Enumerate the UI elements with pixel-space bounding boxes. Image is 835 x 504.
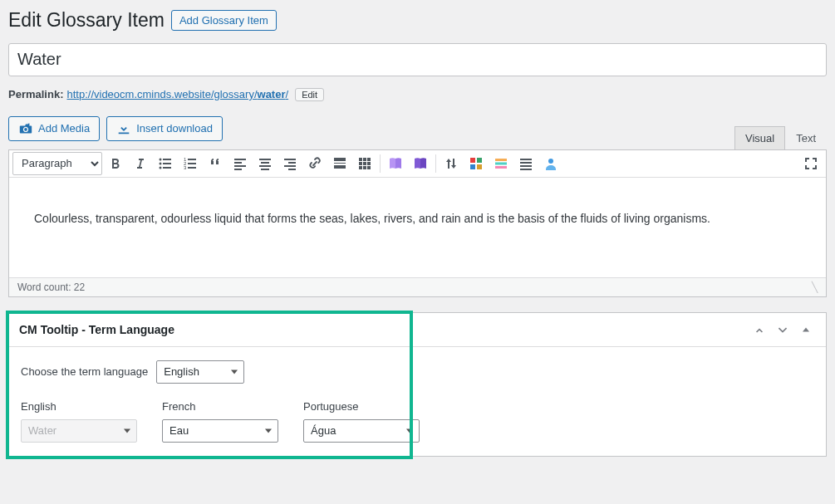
move-up-button[interactable]: [749, 320, 769, 340]
link-icon: [307, 155, 323, 172]
svg-rect-35: [367, 166, 371, 169]
svg-rect-4: [163, 163, 171, 164]
svg-rect-44: [520, 162, 532, 164]
add-media-button[interactable]: Add Media: [8, 116, 100, 141]
svg-point-1: [160, 162, 162, 164]
svg-rect-37: [477, 158, 482, 163]
fullscreen-button[interactable]: [799, 152, 823, 175]
avatar-button[interactable]: [539, 152, 562, 175]
svg-point-2: [160, 166, 162, 169]
editor-resize-handle[interactable]: ╲: [812, 281, 818, 293]
svg-point-0: [160, 158, 162, 160]
glossary-shortcode-button-1[interactable]: [384, 152, 407, 175]
svg-rect-41: [495, 162, 507, 164]
blockquote-button[interactable]: [204, 152, 227, 175]
permalink-slug: water: [258, 88, 286, 100]
svg-rect-24: [334, 158, 346, 161]
fullscreen-icon: [803, 155, 819, 172]
list-ul-icon: [157, 155, 174, 172]
svg-rect-17: [261, 162, 269, 164]
insert-link-button[interactable]: [303, 152, 327, 175]
add-glossary-item-button[interactable]: Add Glossary Item: [171, 10, 277, 31]
toolbar-toggle-button[interactable]: [353, 152, 376, 175]
postbox-title: CM Tooltip - Term Language: [19, 323, 174, 336]
permalink-label: Permalink:: [8, 88, 63, 100]
justify-button[interactable]: [514, 152, 538, 175]
postbox-header[interactable]: CM Tooltip - Term Language: [9, 313, 826, 347]
choose-language-label: Choose the term language: [21, 365, 148, 378]
numbered-list-button[interactable]: 123: [179, 152, 202, 175]
align-right-button[interactable]: [278, 152, 302, 175]
portuguese-col-label: Portuguese: [303, 400, 428, 413]
move-down-button[interactable]: [773, 320, 793, 340]
insert-download-label: Insert download: [136, 122, 213, 135]
svg-rect-23: [288, 169, 296, 170]
svg-rect-27: [359, 158, 362, 161]
updown-button[interactable]: [440, 152, 463, 175]
svg-rect-9: [188, 159, 196, 160]
color-picker-button[interactable]: [464, 152, 488, 175]
svg-rect-22: [284, 165, 296, 167]
svg-point-47: [548, 159, 553, 164]
svg-rect-39: [477, 164, 482, 169]
bold-button[interactable]: [104, 152, 127, 175]
permalink-link[interactable]: http://videocm.cminds.website/glossary/w…: [66, 88, 288, 100]
book-purple-icon: [387, 155, 404, 172]
align-center-button[interactable]: [253, 152, 277, 175]
bulleted-list-button[interactable]: [154, 152, 177, 175]
svg-rect-16: [259, 159, 271, 160]
format-select[interactable]: Paragraph: [12, 152, 102, 175]
svg-rect-34: [363, 166, 366, 169]
avatar-icon: [543, 155, 559, 172]
svg-text:3: 3: [184, 165, 187, 170]
align-center-icon: [257, 155, 273, 172]
svg-rect-45: [520, 165, 532, 167]
svg-rect-14: [234, 165, 246, 167]
portuguese-term-select[interactable]: Água: [303, 419, 420, 443]
chevron-up-icon: [753, 323, 766, 336]
align-justify-icon: [518, 155, 534, 172]
svg-rect-40: [495, 159, 507, 161]
svg-rect-28: [363, 158, 366, 161]
page-title: Edit Glossary Item: [8, 8, 165, 33]
tab-visual[interactable]: Visual: [734, 126, 785, 149]
french-col-label: French: [162, 400, 287, 413]
svg-rect-15: [234, 169, 242, 170]
triangle-up-icon: [799, 323, 813, 336]
stack-button[interactable]: [489, 152, 513, 175]
svg-rect-5: [163, 167, 171, 169]
toggle-panel-button[interactable]: [796, 320, 816, 340]
editor-content[interactable]: Colourless, transparent, odourless liqui…: [9, 178, 826, 277]
term-language-select[interactable]: English: [156, 360, 244, 384]
edit-slug-button[interactable]: Edit: [295, 88, 324, 101]
stack-icon: [493, 155, 509, 172]
svg-rect-42: [495, 166, 507, 169]
svg-rect-10: [188, 163, 196, 164]
insert-download-button[interactable]: Insert download: [106, 116, 223, 141]
book-purple-dark-icon: [412, 155, 429, 172]
toolbar-toggle-icon: [356, 155, 373, 172]
italic-icon: [132, 155, 149, 172]
download-icon: [116, 121, 131, 136]
align-left-button[interactable]: [228, 152, 252, 175]
align-left-icon: [232, 155, 248, 172]
color-squares-icon: [468, 155, 484, 172]
post-title-input[interactable]: [8, 43, 827, 76]
svg-rect-13: [234, 162, 242, 164]
svg-rect-43: [520, 159, 532, 160]
glossary-shortcode-button-2[interactable]: [409, 152, 432, 175]
svg-rect-20: [284, 159, 296, 160]
english-term-select: Water: [21, 419, 137, 443]
permalink-base: http://videocm.cminds.website/glossary/: [66, 88, 257, 100]
english-col-label: English: [21, 400, 145, 413]
svg-rect-19: [261, 169, 269, 170]
toolbar-separator: [435, 154, 436, 173]
italic-button[interactable]: [129, 152, 152, 175]
french-term-select[interactable]: Eau: [162, 419, 278, 443]
add-media-label: Add Media: [38, 122, 90, 135]
bold-icon: [107, 155, 124, 172]
tab-text[interactable]: Text: [785, 126, 827, 149]
svg-rect-3: [163, 159, 171, 160]
read-more-button[interactable]: [328, 152, 351, 175]
svg-rect-33: [359, 166, 362, 169]
